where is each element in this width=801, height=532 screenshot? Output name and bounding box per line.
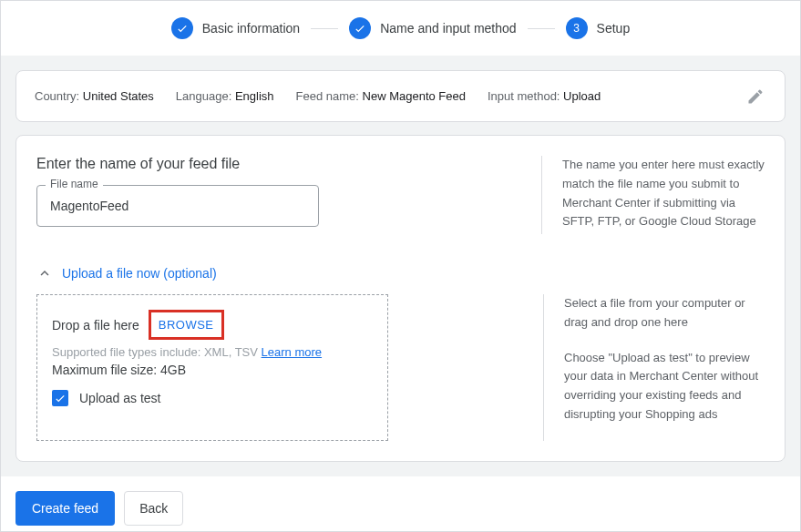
step-label: Name and input method xyxy=(380,21,516,36)
back-button[interactable]: Back xyxy=(124,491,183,526)
learn-more-link[interactable]: Learn more xyxy=(262,345,322,359)
main-content: Country: United States Language: English… xyxy=(1,56,800,476)
step-label: Basic information xyxy=(202,21,300,36)
step-label: Setup xyxy=(597,21,631,36)
step-connector xyxy=(311,28,338,29)
summary-card: Country: United States Language: English… xyxy=(15,70,786,122)
summary-language: Language: English xyxy=(176,89,274,103)
step-name-and-input[interactable]: Name and input method xyxy=(349,17,516,39)
file-drop-area[interactable]: Drop a file here BROWSE Supported file t… xyxy=(36,294,388,441)
max-file-size: Maximum file size: 4GB xyxy=(52,363,373,377)
filename-input[interactable] xyxy=(36,185,319,227)
summary-inputmethod: Input method: Upload xyxy=(488,89,601,103)
pencil-icon xyxy=(746,87,765,106)
check-icon xyxy=(171,17,193,39)
upload-help-text: Select a file from your computer or drag… xyxy=(543,294,765,441)
progress-stepper: Basic information Name and input method … xyxy=(1,1,800,56)
edit-button[interactable] xyxy=(743,84,768,109)
filename-field-wrapper: File name xyxy=(36,185,319,227)
footer-actions: Create feed Back xyxy=(1,476,800,532)
create-feed-button[interactable]: Create feed xyxy=(15,491,115,526)
summary-feedname: Feed name: New Magento Feed xyxy=(296,89,466,103)
step-setup[interactable]: 3 Setup xyxy=(566,17,631,39)
section-title: Enter the name of your feed file xyxy=(36,156,514,172)
check-icon xyxy=(54,392,67,404)
upload-as-test-row: Upload as test xyxy=(52,390,373,406)
form-card: Enter the name of your feed file File na… xyxy=(15,135,786,462)
supported-types: Supported file types include: XML, TSV L… xyxy=(52,345,373,359)
step-number: 3 xyxy=(566,17,588,39)
upload-toggle-button[interactable]: Upload a file now (optional) xyxy=(36,265,217,281)
step-basic-information[interactable]: Basic information xyxy=(171,17,300,39)
check-icon xyxy=(349,17,371,39)
upload-toggle-label: Upload a file now (optional) xyxy=(62,266,217,281)
upload-as-test-label: Upload as test xyxy=(79,391,161,405)
filename-help-text: The name you enter here must exactly mat… xyxy=(542,156,765,234)
summary-country: Country: United States xyxy=(35,89,154,103)
drop-label: Drop a file here xyxy=(52,318,139,332)
step-connector xyxy=(528,28,555,29)
browse-button[interactable]: BROWSE xyxy=(151,312,221,337)
upload-toggle-section: Upload a file now (optional) xyxy=(36,265,765,281)
chevron-up-icon xyxy=(36,265,53,281)
filename-label: File name xyxy=(46,178,103,190)
upload-as-test-checkbox[interactable] xyxy=(52,390,68,406)
browse-highlight: BROWSE xyxy=(149,310,224,340)
